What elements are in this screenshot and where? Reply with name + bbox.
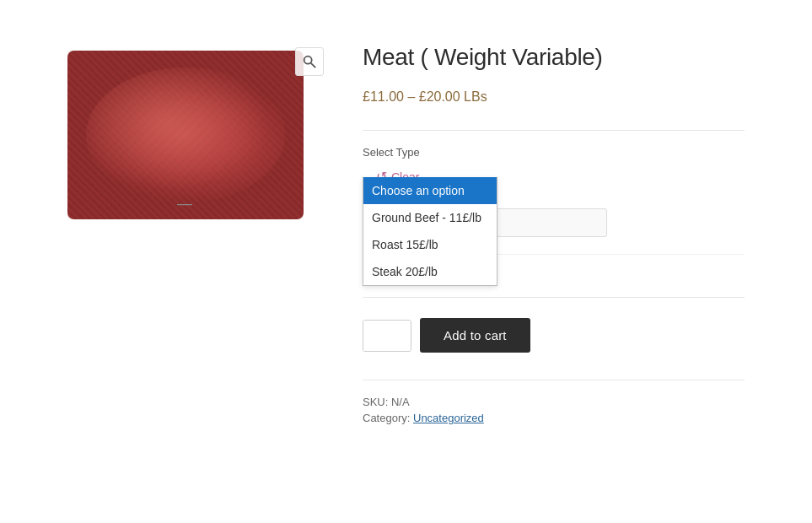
add-to-cart-button[interactable]: Add to cart [420,318,530,353]
sku-label: SKU: [363,396,388,408]
cart-divider [363,297,745,298]
dropdown-list: Choose an option Ground Beef - 11£/lb Ro… [363,177,497,286]
category-label: Category: [363,412,410,424]
sku-value: N/A [391,396,410,408]
select-type-label: Select Type [363,146,745,159]
meta-section: SKU: N/A Category: Uncategorized [363,380,745,424]
dropdown-option-choose[interactable]: Choose an option [363,177,497,204]
svg-point-0 [304,57,312,64]
image-caption: — [177,195,194,213]
quantity-stepper[interactable]: ▲ ▼ [363,320,411,352]
zoom-icon [302,54,317,69]
price-divider [363,130,745,131]
product-details: Meat ( Weight Variable) £11.00 – £20.00 … [337,34,761,436]
select-row: Choose an optionGround Beef - 11£/lbRoas… [363,165,745,188]
page-container: — Meat ( Weight Variable) £11.00 – £20.0… [0,0,812,470]
product-image-area: — [51,34,337,236]
price-range: £11.00 – £20.00 LBs [363,89,745,105]
dropdown-option-ground-beef[interactable]: Ground Beef - 11£/lb [363,204,497,231]
category-row: Category: Uncategorized [363,412,745,424]
dropdown-option-steak[interactable]: Steak 20£/lb [363,258,497,285]
sku-row: SKU: N/A [363,396,745,408]
product-title: Meat ( Weight Variable) [363,42,745,73]
add-to-cart-row: ▲ ▼ Add to cart [363,318,745,353]
quantity-input[interactable] [363,321,411,351]
svg-line-1 [311,63,315,67]
dropdown-option-roast[interactable]: Roast 15£/lb [363,231,497,258]
meat-image [67,51,304,219]
variation-section: Select Type Choose an optionGround Beef … [363,146,745,188]
category-link[interactable]: Uncategorized [413,412,484,424]
product-image: — [67,51,304,219]
zoom-button[interactable] [295,47,324,76]
